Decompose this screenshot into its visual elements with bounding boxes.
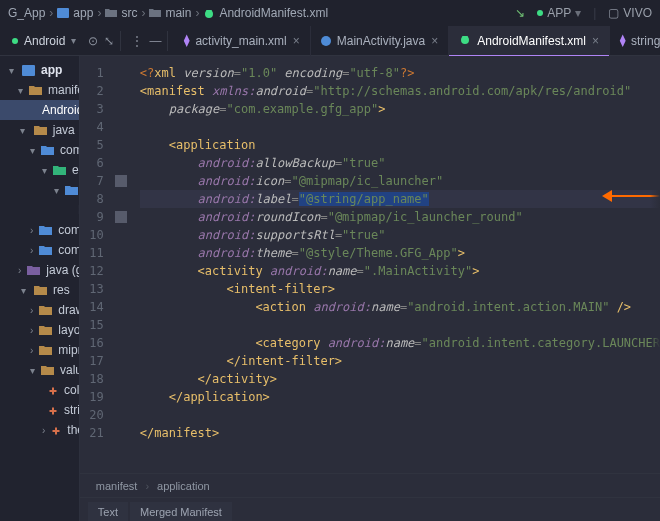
- line-gutter: 123456789101112131415161718192021: [80, 56, 110, 473]
- chevron-down-icon: ▾: [6, 65, 16, 76]
- package-icon: [39, 245, 52, 256]
- gutter-marks: [110, 56, 132, 473]
- folder-icon: [105, 7, 117, 19]
- chevron-right-icon: ›: [30, 345, 33, 356]
- xml-file-icon: [48, 385, 58, 395]
- breadcrumb-item[interactable]: src: [105, 6, 137, 20]
- tab-strings-xml[interactable]: ⧫ strings.xml ×: [610, 26, 660, 56]
- editor: 123456789101112131415161718192021 <?xml …: [80, 56, 660, 521]
- close-icon[interactable]: ×: [431, 34, 438, 48]
- tree-manifests[interactable]: ▾ manifests: [0, 80, 79, 100]
- project-view-dropdown[interactable]: Android ▾: [4, 30, 84, 52]
- chevron-right-icon: ›: [18, 265, 21, 276]
- package-icon: [53, 165, 66, 176]
- svg-rect-11: [52, 408, 54, 415]
- tree-example[interactable]: ▾ example: [0, 160, 79, 180]
- tree-themes[interactable]: › themes (2): [0, 420, 79, 440]
- tree-mipmap[interactable]: › mipmap: [0, 340, 79, 360]
- folder-icon: [39, 345, 52, 356]
- package-icon: [65, 185, 78, 196]
- tree-mainactivity-file[interactable]: MainActivity: [0, 200, 79, 220]
- panel-tab-merged[interactable]: Merged Manifest: [130, 502, 232, 521]
- collapse-icon[interactable]: ⤡: [104, 34, 114, 48]
- module-icon: [22, 65, 35, 76]
- tree-app-root[interactable]: ▾ app: [0, 60, 79, 80]
- run-config-area: ↘ APP ▾ | ▢VIVO: [515, 6, 652, 20]
- bottom-panel-tabs: Text Merged Manifest: [80, 497, 660, 521]
- editor-breadcrumb[interactable]: manifest › application: [80, 473, 660, 497]
- package-icon: [39, 225, 52, 236]
- tree-strings-xml[interactable]: strings.xml: [0, 400, 79, 420]
- chevron-right-icon: ›: [195, 6, 199, 20]
- hide-panel-icon[interactable]: —: [149, 34, 161, 48]
- project-tree[interactable]: ▾ app ▾ manifests AndroidManifest.xml ▾ …: [0, 56, 80, 521]
- tree-java-generated[interactable]: › java (generated): [0, 260, 79, 280]
- more-icon[interactable]: ⋮: [131, 34, 143, 48]
- svg-rect-13: [55, 428, 57, 435]
- breadcrumb-item[interactable]: main: [149, 6, 191, 20]
- tab-activity-main[interactable]: ⧫ activity_main.xml ×: [174, 26, 310, 56]
- tree-com-androidtest[interactable]: › com (androidTest): [0, 220, 79, 240]
- folder-icon: [41, 365, 54, 376]
- svg-rect-2: [206, 10, 212, 12]
- tab-main-activity[interactable]: MainActivity.java ×: [311, 26, 450, 56]
- tree-androidmanifest-file[interactable]: AndroidManifest.xml: [0, 100, 79, 120]
- tree-layout[interactable]: › layout: [0, 320, 79, 340]
- breadcrumb-bar: G_App › app › src › main › AndroidManife…: [0, 0, 660, 26]
- close-icon[interactable]: ×: [592, 34, 599, 48]
- tree-gfg-app[interactable]: ▾ gfg_app: [0, 180, 79, 200]
- chevron-down-icon: ▾: [18, 285, 28, 296]
- chevron-down-icon: ▾: [71, 35, 76, 46]
- chevron-right-icon: ›: [30, 245, 33, 256]
- device-dropdown[interactable]: ▢VIVO: [608, 6, 652, 20]
- package-icon: [41, 145, 54, 156]
- tree-colors-xml[interactable]: colors.xml: [0, 380, 79, 400]
- android-file-icon: [203, 7, 215, 19]
- chevron-down-icon: ▾: [30, 145, 35, 156]
- chevron-right-icon: ›: [141, 6, 145, 20]
- xml-file-icon: [48, 405, 58, 415]
- xml-file-icon: ⧫: [184, 34, 189, 47]
- xml-file-icon: ⧫: [620, 34, 625, 47]
- run-target-dropdown[interactable]: APP ▾: [537, 6, 581, 20]
- tree-com-test[interactable]: › com (test): [0, 240, 79, 260]
- panel-tab-text[interactable]: Text: [88, 502, 128, 521]
- breadcrumb-item[interactable]: app: [57, 6, 93, 20]
- folder-icon: [34, 125, 47, 136]
- tree-java[interactable]: ▾ java: [0, 120, 79, 140]
- breadcrumb-item[interactable]: G_App: [8, 6, 45, 20]
- tree-com[interactable]: ▾ com: [0, 140, 79, 160]
- tree-drawable[interactable]: › drawable: [0, 300, 79, 320]
- chevron-down-icon: ▾: [30, 365, 35, 376]
- tree-res[interactable]: ▾ res: [0, 280, 79, 300]
- svg-rect-4: [462, 36, 468, 38]
- chevron-right-icon: ›: [42, 425, 45, 436]
- chevron-down-icon: ▾: [18, 125, 28, 136]
- chevron-right-icon: ›: [30, 225, 33, 236]
- select-opened-file-icon[interactable]: ⊙: [88, 34, 98, 48]
- generated-folder-icon: [27, 265, 40, 276]
- folder-icon: [149, 7, 161, 19]
- breadcrumb-item[interactable]: AndroidManifest.xml: [203, 6, 328, 20]
- svg-rect-0: [57, 8, 69, 18]
- close-icon[interactable]: ×: [293, 34, 300, 48]
- gutter-image-icon[interactable]: [115, 211, 127, 223]
- chevron-right-icon: ›: [30, 305, 33, 316]
- chevron-right-icon: ›: [97, 6, 101, 20]
- chevron-down-icon: ▾: [42, 165, 47, 176]
- svg-rect-9: [52, 388, 54, 395]
- code-area[interactable]: <?xml version="1.0" encoding="utf-8"?> <…: [132, 56, 660, 473]
- android-file-icon: [459, 33, 471, 48]
- chevron-right-icon: ›: [145, 480, 149, 492]
- res-folder-icon: [34, 285, 47, 296]
- build-hammer-icon[interactable]: ↘: [515, 6, 525, 20]
- java-file-icon: [321, 36, 331, 46]
- tab-android-manifest[interactable]: AndroidManifest.xml ×: [449, 26, 610, 56]
- gutter-image-icon[interactable]: [115, 175, 127, 187]
- android-icon: [12, 38, 18, 44]
- xml-file-icon: [51, 425, 61, 435]
- tree-values[interactable]: ▾ values: [0, 360, 79, 380]
- chevron-down-icon: ▾: [54, 185, 59, 196]
- folder-icon: [39, 305, 52, 316]
- svg-rect-5: [22, 65, 35, 76]
